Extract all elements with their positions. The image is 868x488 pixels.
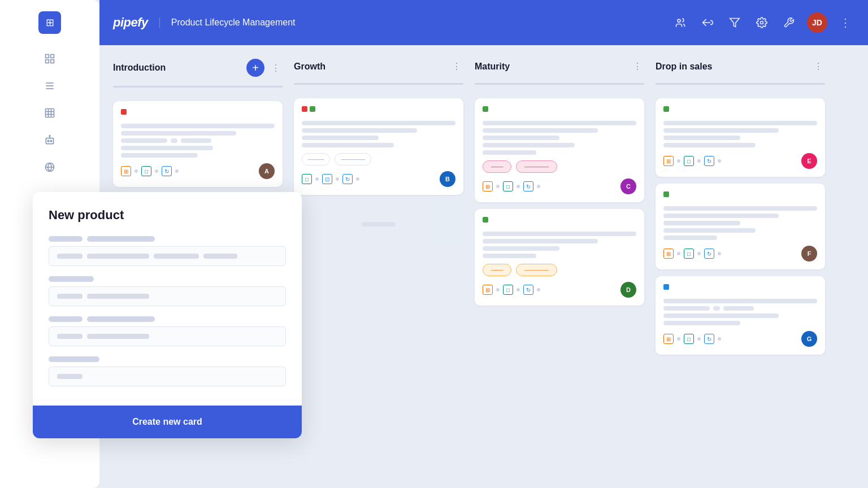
wrench-icon[interactable] bbox=[780, 14, 798, 32]
sidebar-item-table[interactable] bbox=[38, 102, 61, 124]
card-dot bbox=[718, 252, 721, 255]
card-icon-tag[interactable]: ⊞ bbox=[483, 181, 493, 191]
card-pill[interactable]: ────── bbox=[335, 153, 371, 165]
column-title-drop-in-sales: Drop in sales bbox=[656, 62, 807, 72]
add-card-introduction[interactable]: + bbox=[246, 59, 264, 77]
card-dot bbox=[315, 177, 319, 181]
column-header-introduction: Introduction + ⋮ bbox=[113, 59, 283, 77]
card-tag-green bbox=[483, 217, 488, 223]
card-icon-check[interactable]: □ bbox=[684, 249, 694, 259]
input-placeholder bbox=[57, 334, 149, 339]
create-card-button[interactable]: Create new card bbox=[132, 417, 202, 427]
sidebar-item-list[interactable] bbox=[38, 75, 61, 97]
card-tags bbox=[302, 106, 455, 116]
card-line bbox=[483, 232, 636, 236]
column-title-introduction: Introduction bbox=[113, 63, 242, 73]
column-menu-growth[interactable]: ⋮ bbox=[450, 59, 463, 74]
ph-block bbox=[57, 254, 83, 259]
card-icon-refresh[interactable]: ↻ bbox=[162, 166, 172, 176]
card-pill-pink[interactable]: ────── bbox=[516, 160, 557, 173]
card-line bbox=[663, 236, 717, 240]
card-tag-green bbox=[663, 191, 669, 197]
card-icon-export[interactable]: ⊡ bbox=[322, 174, 332, 184]
form-input-1[interactable] bbox=[49, 246, 286, 266]
card: ⊞ □ ↻ G bbox=[656, 276, 825, 355]
card-icon-check[interactable]: □ bbox=[141, 166, 151, 176]
card-icons: ⊞ □ ↻ bbox=[663, 334, 721, 344]
card-tags bbox=[663, 191, 817, 202]
card-icon-check[interactable]: □ bbox=[684, 334, 694, 344]
svg-point-14 bbox=[50, 140, 52, 142]
card-icon-refresh[interactable]: ↻ bbox=[704, 249, 714, 259]
card-dot bbox=[496, 185, 500, 188]
column-menu-maturity[interactable]: ⋮ bbox=[631, 59, 644, 74]
card-icon-check[interactable]: □ bbox=[684, 156, 694, 166]
card-pill-orange[interactable]: ────── bbox=[516, 264, 557, 276]
card-icon-refresh[interactable]: ↻ bbox=[704, 334, 714, 344]
sidebar-item-globe[interactable] bbox=[38, 156, 61, 178]
card-pill-pink[interactable]: ─── bbox=[483, 160, 511, 173]
card-line bbox=[302, 136, 379, 140]
card-icon-refresh[interactable]: ↻ bbox=[523, 285, 533, 295]
card-line bbox=[663, 121, 817, 125]
svg-marker-20 bbox=[730, 19, 740, 27]
card-tag-blue bbox=[663, 284, 669, 290]
filter-icon[interactable] bbox=[726, 14, 744, 32]
card-lines bbox=[483, 121, 636, 155]
settings-icon[interactable] bbox=[753, 14, 771, 32]
modal-footer[interactable]: Create new card bbox=[33, 406, 302, 438]
people-icon[interactable] bbox=[671, 14, 689, 32]
card-icon-refresh[interactable]: ↻ bbox=[342, 174, 353, 184]
card-icon-check[interactable]: □ bbox=[302, 174, 312, 184]
user-avatar[interactable]: JD bbox=[807, 12, 827, 33]
card-tags bbox=[663, 106, 817, 116]
card-icon-tag[interactable]: ⊞ bbox=[663, 249, 674, 259]
card-icon-tag[interactable]: ⊞ bbox=[121, 166, 131, 176]
label-block bbox=[49, 276, 94, 282]
card-dot bbox=[134, 169, 138, 173]
export-icon[interactable] bbox=[698, 14, 717, 32]
card-icon-refresh[interactable]: ↻ bbox=[523, 181, 533, 191]
form-input-4[interactable] bbox=[49, 367, 286, 386]
card-dot bbox=[517, 185, 520, 188]
card-pill[interactable]: ──── bbox=[302, 153, 330, 165]
card-line bbox=[663, 299, 817, 303]
card-tags bbox=[483, 106, 636, 116]
card: ⊞ □ ↻ A bbox=[113, 101, 283, 187]
card: ⊞ □ ↻ F bbox=[656, 184, 825, 269]
card-footer: □ ⊡ ↻ B bbox=[302, 171, 455, 187]
column-menu-drop-in-sales[interactable]: ⋮ bbox=[811, 59, 825, 74]
ph-block bbox=[57, 374, 83, 379]
card-icon-tag[interactable]: ⊞ bbox=[663, 334, 674, 344]
sidebar-item-grid[interactable] bbox=[38, 47, 61, 70]
card-icon-tag[interactable]: ⊞ bbox=[483, 285, 493, 295]
more-icon[interactable]: ⋮ bbox=[836, 14, 854, 32]
column-maturity: Maturity ⋮ ─── ────── ⊞ bbox=[475, 59, 644, 474]
form-label-1 bbox=[49, 236, 286, 242]
input-placeholder bbox=[57, 254, 237, 259]
form-input-3[interactable] bbox=[49, 326, 286, 346]
ph-block bbox=[154, 254, 199, 259]
card-lines bbox=[663, 299, 817, 325]
form-field-2 bbox=[49, 276, 286, 306]
sidebar-logo: ⊞ bbox=[38, 11, 61, 34]
ph-block bbox=[57, 294, 83, 299]
svg-rect-1 bbox=[51, 55, 54, 58]
card-icon-refresh[interactable]: ↻ bbox=[704, 156, 714, 166]
form-input-2[interactable] bbox=[49, 286, 286, 306]
card-line bbox=[663, 128, 779, 133]
card-footer: ⊞ □ ↻ D bbox=[483, 282, 636, 298]
card-icon-tag[interactable]: ⊞ bbox=[663, 156, 674, 166]
card-line bbox=[121, 146, 213, 150]
card-line bbox=[483, 246, 559, 251]
header-logo: pipefy bbox=[113, 15, 148, 30]
card-icon-check[interactable]: □ bbox=[503, 285, 513, 295]
card-icons: ⊞ □ ↻ bbox=[663, 156, 721, 166]
card-icon-check[interactable]: □ bbox=[503, 181, 513, 191]
card-dot bbox=[537, 185, 540, 188]
ph-block bbox=[87, 334, 149, 339]
column-menu-introduction[interactable]: ⋮ bbox=[269, 60, 283, 76]
sidebar-item-bot[interactable] bbox=[38, 129, 61, 151]
card-dot bbox=[677, 159, 680, 163]
card-pill-orange[interactable]: ─── bbox=[483, 264, 511, 276]
